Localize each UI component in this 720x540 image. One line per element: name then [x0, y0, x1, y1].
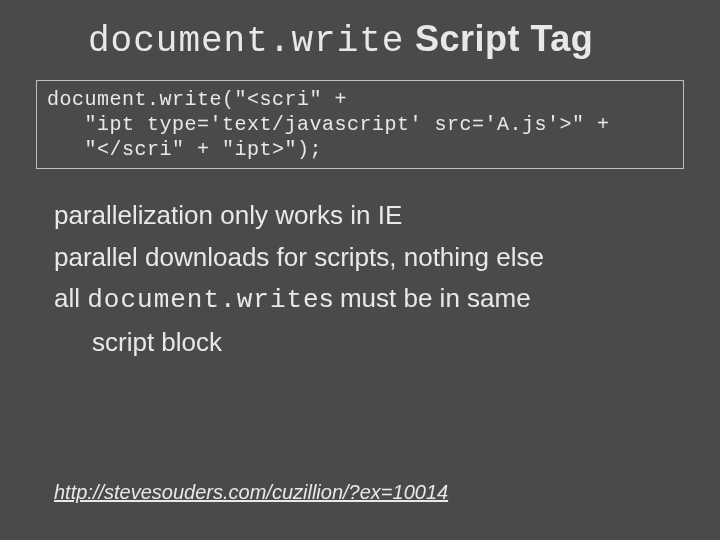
- body-line-3-cont: script block: [54, 324, 672, 362]
- code-line-3: "</scri" + "ipt>");: [47, 138, 322, 161]
- body-text: parallelization only works in IE paralle…: [48, 197, 672, 362]
- body-line-3-code: document.write: [87, 285, 319, 315]
- body-line-2: parallel downloads for scripts, nothing …: [54, 239, 672, 277]
- title-text: Script Tag: [404, 18, 593, 59]
- code-line-2: "ipt type='text/javascript' src='A.js'>"…: [47, 113, 610, 136]
- body-line-3b: s must be in same: [320, 283, 531, 313]
- code-block: document.write("<scri" + "ipt type='text…: [36, 80, 684, 169]
- title-code: document.write: [88, 21, 404, 62]
- slide-title: document.write Script Tag: [48, 18, 672, 62]
- source-url[interactable]: http://stevesouders.com/cuzillion/?ex=10…: [54, 481, 448, 504]
- body-line-1: parallelization only works in IE: [54, 197, 672, 235]
- body-line-3: all document.writes must be in same: [54, 280, 672, 320]
- slide: document.write Script Tag document.write…: [0, 0, 720, 362]
- body-line-3a: all: [54, 283, 87, 313]
- code-line-1: document.write("<scri" +: [47, 88, 347, 111]
